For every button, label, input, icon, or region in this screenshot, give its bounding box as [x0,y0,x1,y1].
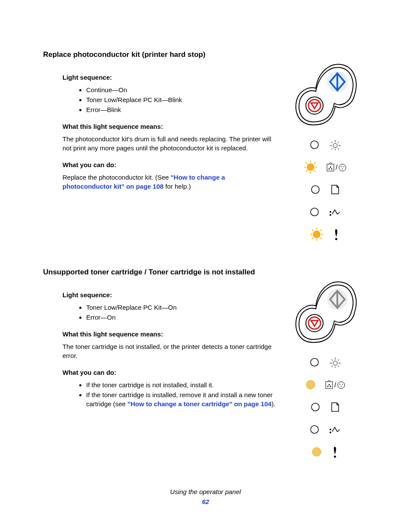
svg-point-34 [313,230,321,238]
svg-line-42 [320,230,321,231]
section-replace-photoconductor: Replace photoconductor kit (printer hard… [43,50,370,246]
footer-text: Using the operator panel [170,488,241,495]
svg-point-63 [339,384,340,385]
page-number: 62 [0,497,411,506]
svg-point-68 [330,429,331,430]
svg-line-9 [338,148,339,149]
svg-point-64 [342,384,343,385]
svg-line-52 [331,359,333,361]
means-text: The toner cartridge is not installed, or… [62,342,276,360]
svg-point-43 [335,238,337,240]
svg-point-66 [311,403,319,411]
svg-line-8 [331,142,333,143]
do-heading: What you can do: [62,368,276,377]
light-blink-icon [310,227,324,241]
svg-point-29 [342,168,343,169]
means-heading: What this light sequence means: [62,330,276,339]
svg-point-33 [330,214,331,216]
svg-line-39 [312,230,313,231]
light-off-icon [309,139,320,150]
light-sequence-heading: Light sequence: [62,290,276,299]
page-footer: Using the operator panel 62 [0,487,411,506]
paper-jam-icon [329,424,342,435]
svg-line-20 [314,162,315,164]
svg-line-54 [331,366,333,367]
svg-point-62 [338,382,345,389]
light-item: Continue—On [86,85,276,94]
svg-line-41 [312,238,313,239]
svg-point-26 [339,164,346,171]
svg-point-23 [331,168,333,170]
svg-line-53 [338,366,339,367]
svg-point-47 [333,361,337,365]
svg-line-55 [338,359,339,361]
svg-point-46 [311,358,318,366]
do-text: Replace the photoconductor kit. (See "Ho… [62,173,276,191]
svg-point-56 [306,380,315,389]
light-item: Error—On [86,313,276,322]
light-sequence-heading: Light sequence: [62,73,276,82]
toner-low-icon: / [326,162,347,173]
svg-line-40 [320,238,321,239]
svg-point-65 [341,386,342,387]
svg-point-58 [327,386,329,387]
error-icon [332,228,341,241]
light-off-icon [309,424,320,435]
light-item: Toner Low/Replace PC Kit—On [86,303,276,312]
operator-panel-diagram: / [289,50,362,246]
toner-low-icon: / [325,379,346,390]
svg-line-11 [338,142,339,143]
load-paper-icon [330,401,341,413]
svg-point-27 [341,166,342,167]
svg-point-12 [307,163,314,171]
svg-point-60 [329,384,330,386]
means-heading: What this light sequence means: [62,122,276,131]
svg-point-2 [311,141,318,149]
svg-point-24 [330,167,331,168]
load-paper-icon [330,184,341,195]
svg-line-18 [314,171,315,172]
light-off-icon [310,184,321,195]
svg-point-22 [329,168,330,170]
svg-point-69 [330,432,331,433]
error-icon [331,445,339,458]
light-off-icon [309,206,320,218]
svg-point-30 [311,186,319,193]
light-on-icon [311,446,322,457]
svg-point-3 [333,143,337,148]
svg-point-31 [311,208,318,216]
paper-jam-icon [329,206,342,218]
light-blink-icon [304,160,318,174]
do-heading: What you can do: [62,160,276,169]
light-item: Error—Blink [86,105,276,114]
svg-line-19 [306,171,307,172]
svg-text:/: / [334,381,336,389]
light-off-icon [310,401,321,413]
operator-panel-diagram: / [289,267,362,463]
light-item: Toner Low/Replace PC Kit—Blink [86,95,276,104]
svg-point-67 [311,426,318,433]
section-title: Replace photoconductor kit (printer hard… [43,50,276,60]
svg-line-17 [306,162,307,164]
svg-point-70 [312,448,321,456]
ready-icon [329,357,342,368]
means-text: The photoconductor kit's drum is full an… [62,134,276,152]
ready-icon [329,139,342,150]
section-title: Unsupported toner cartridge / Toner cart… [43,267,276,277]
do-item: If the toner cartridge is installed, rem… [86,390,276,408]
svg-point-71 [334,456,336,458]
do-item: If the toner cartridge is not installed,… [86,380,276,389]
svg-point-32 [330,211,331,213]
svg-point-28 [343,166,344,167]
section-unsupported-toner: Unsupported toner cartridge / Toner cart… [43,267,370,463]
svg-text:/: / [336,164,338,171]
link-change-toner[interactable]: "How to change a toner cartridge" on pag… [128,400,271,408]
svg-point-59 [330,386,331,387]
light-off-icon [309,357,320,368]
light-on-icon [305,379,316,390]
svg-line-10 [331,148,333,149]
